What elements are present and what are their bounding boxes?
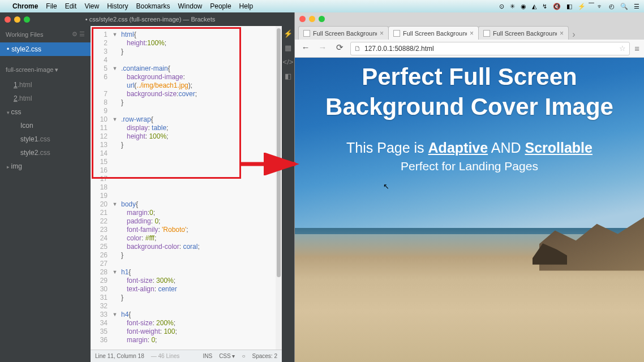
bookmark-icon[interactable]: ☆ — [619, 44, 626, 53]
gear-icon[interactable]: ⚙ ☰ — [72, 31, 85, 38]
menu-help[interactable]: Help — [239, 2, 254, 10]
tree-folder-img[interactable]: img — [0, 160, 91, 173]
menu-file[interactable]: File — [46, 2, 57, 10]
lint-status[interactable]: ○ — [242, 353, 245, 359]
forward-button[interactable]: → — [316, 42, 329, 55]
new-tab-button[interactable]: › — [568, 29, 579, 40]
menubar-app[interactable]: Chrome — [12, 2, 38, 10]
tree-file[interactable]: style2.css — [0, 146, 91, 160]
line-gutter: 1234567891011121314151617181920212223242… — [91, 26, 111, 350]
code-content[interactable]: html{ height:100%;}.container-main{ back… — [119, 26, 282, 350]
spotlight-icon[interactable]: 🔍 — [620, 3, 628, 10]
page-subheading: This Page is Adaptive AND Scrollable — [295, 140, 644, 156]
page-tagline: Perfect for Landing Pages — [295, 160, 644, 173]
mute-icon[interactable]: 🔇 — [553, 3, 561, 10]
tree-folder-css[interactable]: css — [0, 105, 91, 119]
status-icon[interactable]: ↯ — [542, 3, 547, 10]
project-header[interactable]: full-screen-image ▾ — [0, 62, 91, 78]
menu-icon[interactable]: ☰ — [634, 3, 639, 10]
minimize-icon[interactable] — [309, 16, 315, 22]
status-icon[interactable]: ◉ — [521, 3, 526, 10]
url-text: 127.0.0.1:50888/2.html — [364, 45, 616, 53]
code-editor[interactable]: 1234567891011121314151617181920212223242… — [91, 26, 282, 362]
browser-tab[interactable]: Full Screen Background× — [298, 26, 389, 40]
annotation-arrow — [240, 153, 302, 175]
mouse-cursor-icon: ↖ — [383, 182, 389, 191]
window-title: • css/style2.css (full-screen-image) — B… — [11, 16, 290, 23]
statusbar: Line 11, Column 18 — 46 Lines INS CSS ▾ … — [91, 350, 282, 362]
tree-file[interactable]: style1.css — [0, 132, 91, 146]
battery-icon[interactable]: ⚡ — [578, 3, 586, 10]
brackets-titlebar[interactable]: • css/style2.css (full-screen-image) — B… — [0, 12, 294, 26]
menu-icon[interactable]: ≡ — [634, 44, 639, 53]
insert-mode[interactable]: INS — [203, 353, 212, 359]
mac-menubar: Chrome File Edit View History Bookmarks … — [0, 0, 644, 12]
status-icon[interactable]: ◭ — [532, 3, 536, 10]
favicon-icon — [393, 30, 400, 37]
tree-file[interactable]: Icon — [0, 119, 91, 132]
chrome-titlebar[interactable] — [295, 12, 644, 25]
tab-strip: Full Screen Background× Full Screen Back… — [295, 25, 644, 40]
close-icon[interactable] — [5, 16, 11, 23]
close-tab-icon[interactable]: × — [380, 29, 384, 37]
maximize-icon[interactable] — [319, 16, 325, 22]
browser-tab[interactable]: Full Screen Background× — [388, 26, 479, 40]
brackets-window: • css/style2.css (full-screen-image) — B… — [0, 12, 294, 362]
browser-viewport[interactable]: Perfect Full ScreenBackground Cover Imag… — [295, 58, 644, 362]
favicon-icon — [483, 30, 490, 37]
language-mode[interactable]: CSS ▾ — [219, 353, 235, 359]
status-icon[interactable]: ✳ — [510, 3, 515, 10]
status-icon[interactable]: ◧ — [566, 3, 572, 10]
address-bar[interactable]: 🗋 127.0.0.1:50888/2.html ☆ — [350, 42, 630, 55]
brackets-sidebar: Working Files ⚙ ☰ •style2.css full-scree… — [0, 26, 91, 362]
indent-setting[interactable]: Spaces: 2 — [252, 353, 277, 359]
tree-file[interactable]: 1.html — [0, 78, 91, 92]
favicon-icon — [303, 30, 310, 37]
menu-history[interactable]: History — [107, 2, 128, 10]
brackets-toolbar: ⚡ ▦ </> ◧ — [282, 26, 294, 362]
page-icon: 🗋 — [354, 45, 361, 53]
cursor-position: Line 11, Column 18 — [95, 353, 144, 359]
page-content: Perfect Full ScreenBackground Cover Imag… — [295, 58, 644, 362]
fold-column[interactable]: ▼▼▼▼▼▼ — [111, 26, 119, 350]
live-preview-icon[interactable]: ⚡ — [284, 29, 293, 38]
working-file-item[interactable]: •style2.css — [0, 42, 91, 56]
tree-file[interactable]: 2.html — [0, 92, 91, 105]
menu-view[interactable]: View — [84, 2, 99, 10]
menu-edit[interactable]: Edit — [65, 2, 77, 10]
menubar-status-icons: ⊙ ✳ ◉ ◭ ↯ 🔇 ◧ ⚡ ͞ ᯤ ◴ 🔍 ☰ — [499, 3, 639, 10]
reload-button[interactable]: ⟳ — [333, 42, 346, 55]
browser-tab[interactable]: Full Screen Background× — [478, 26, 569, 40]
close-tab-icon[interactable]: × — [470, 29, 474, 37]
working-files-header[interactable]: Working Files ⚙ ☰ — [0, 26, 91, 42]
back-button[interactable]: ← — [299, 42, 312, 55]
extension-icon[interactable]: ◧ — [285, 72, 291, 80]
extension-icon[interactable]: </> — [283, 58, 294, 66]
menu-people[interactable]: People — [210, 2, 231, 10]
menu-window[interactable]: Window — [178, 2, 203, 10]
scrollbar[interactable] — [276, 26, 282, 350]
status-icon[interactable]: ⊙ — [499, 3, 504, 10]
close-icon[interactable] — [299, 16, 306, 22]
menu-bookmarks[interactable]: Bookmarks — [136, 2, 170, 10]
extension-icon[interactable]: ▦ — [285, 44, 291, 52]
close-tab-icon[interactable]: × — [560, 29, 564, 37]
clock-icon[interactable]: ◴ — [609, 3, 615, 10]
page-heading: Perfect Full ScreenBackground Cover Imag… — [295, 62, 644, 122]
browser-toolbar: ← → ⟳ 🗋 127.0.0.1:50888/2.html ☆ ≡ — [295, 40, 644, 58]
wifi-icon[interactable]: ᯤ — [597, 3, 603, 10]
chrome-window: Full Screen Background× Full Screen Back… — [294, 12, 644, 362]
